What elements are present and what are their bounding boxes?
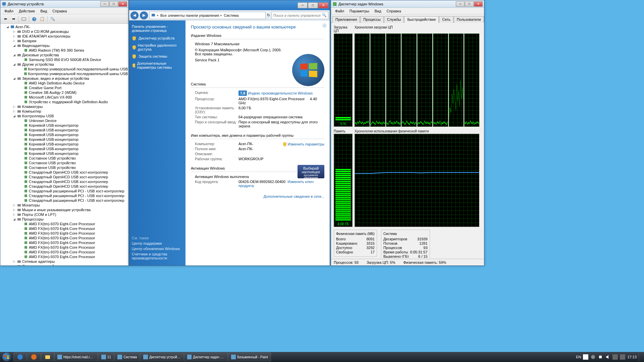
forward-button[interactable]: ▶: [140, 11, 148, 19]
tree-device[interactable]: Samsung SSD 850 EVO 500GB ATA Device: [1, 57, 128, 62]
tree-device[interactable]: Стандартный расширенный PCI - USB хост-к…: [1, 189, 128, 193]
tree-device[interactable]: AMD High Definition Audio Device: [1, 81, 128, 85]
tree-device[interactable]: Стандартный OpenHCD USB хост-контроллер: [1, 184, 128, 189]
tree-device[interactable]: Microsoft LifeCam VX-800: [1, 95, 128, 100]
sidebar-link[interactable]: Защита системы: [132, 54, 183, 59]
footer-link[interactable]: Центр поддержки: [132, 241, 185, 245]
tree-device[interactable]: Стандартный OpenHCD USB хост-контроллер: [1, 170, 128, 175]
tree-device[interactable]: AMD FX(tm)-9370 Eight-Core Processor: [1, 245, 128, 250]
show-desktop-button[interactable]: [639, 352, 641, 362]
help-button[interactable]: ?: [31, 15, 38, 23]
tree-device[interactable]: Составное USB устройство: [1, 165, 128, 170]
network-icon[interactable]: [598, 354, 603, 360]
breadcrumb[interactable]: ▸ Все элементы панели управления ▸ Систе…: [149, 12, 266, 19]
tree-category[interactable]: ◢Звуковые, видео и игровые устройства: [1, 76, 128, 81]
tree-category[interactable]: ▷Мониторы: [1, 203, 128, 207]
titlebar[interactable]: Диспетчер задач Windows ─ □ ✕: [331, 0, 484, 8]
tree-device[interactable]: Корневой USB-концентратор: [1, 123, 128, 128]
menu-file[interactable]: Файл: [2, 8, 16, 14]
crumb-control-panel[interactable]: Все элементы панели управления: [160, 13, 219, 17]
tree-category[interactable]: ▷Сетевые адаптеры: [1, 259, 128, 264]
tree-device[interactable]: AMD FX(tm)-9370 Eight-Core Processor: [1, 250, 128, 254]
tree-category[interactable]: ▷Батареи: [1, 39, 128, 43]
close-button[interactable]: ✕: [474, 1, 483, 7]
titlebar[interactable]: Диспетчер устройств ─ □ ✕: [0, 0, 128, 8]
minimize-button[interactable]: ─: [298, 2, 308, 8]
maximize-button[interactable]: □: [109, 1, 118, 7]
help-icon[interactable]: ⓘ: [323, 23, 326, 28]
footer-link[interactable]: Центр обновления Windows: [132, 247, 185, 251]
tree-category[interactable]: ◢Процессоры: [1, 217, 128, 222]
taskbar-item[interactable]: Диспетчер задач Wi…: [184, 353, 228, 361]
change-settings-link[interactable]: Изменить параметры: [282, 142, 324, 146]
taskbar-item[interactable]: https://otvet.mail.ru…: [54, 353, 98, 361]
tree-device[interactable]: Составное USB устройство: [1, 161, 128, 165]
tree-device[interactable]: AMD FX(tm)-9370 Eight-Core Processor: [1, 231, 128, 236]
pinned-firefox[interactable]: [27, 353, 41, 361]
tree-device[interactable]: Creative Game Port: [1, 85, 128, 90]
tree-category[interactable]: ▷Системные устройства: [1, 264, 128, 265]
sidebar-link[interactable]: Дополнительные параметры системы: [132, 61, 183, 69]
tree-root[interactable]: ◢Acer-ПК-: [1, 24, 128, 29]
tree-device[interactable]: Контроллер универсальной последовательно…: [1, 67, 128, 71]
sidebar-link[interactable]: Диспетчер устройств: [132, 36, 183, 41]
pinned-explorer[interactable]: [41, 353, 54, 361]
genuine-badge[interactable]: Выбирай настоящее программное обеспечени…: [298, 165, 324, 178]
taskbar-item[interactable]: Диспетчер устройств: [140, 353, 184, 361]
menu-help[interactable]: Справка: [50, 8, 69, 14]
tree-device[interactable]: Стандартный расширенный PCI - USB хост-к…: [1, 193, 128, 198]
search-input[interactable]: 🔍: [271, 12, 328, 19]
tree-category[interactable]: ◢Другие устройства: [1, 62, 128, 67]
tree-device[interactable]: Стандартный OpenHCD USB хост-контроллер: [1, 175, 128, 179]
scan-button[interactable]: 🔍: [49, 15, 56, 23]
tree-category[interactable]: ▷Мыши и иные указывающие устройства: [1, 207, 128, 212]
start-button[interactable]: [0, 352, 13, 362]
sidebar-link[interactable]: Настройка удаленного доступа: [132, 43, 183, 51]
tree-device[interactable]: Creative SB Audigy 2 (WDM): [1, 90, 128, 95]
more-info-link[interactable]: Дополнительные сведения в сети...: [264, 194, 325, 198]
tree-device[interactable]: AMD FX(tm)-9370 Eight-Core Processor: [1, 240, 128, 245]
tab-0[interactable]: Приложения: [332, 16, 360, 23]
tree-device[interactable]: Корневой USB-концентратор: [1, 128, 128, 132]
tree-device[interactable]: Контроллер универсальной последовательно…: [1, 71, 128, 76]
tree-device[interactable]: Корневой USB-концентратор: [1, 146, 128, 151]
volume-icon[interactable]: [605, 354, 610, 360]
tree-device[interactable]: Стандартный OpenHCD USB хост-контроллер: [1, 179, 128, 184]
menu-options[interactable]: Параметры: [347, 8, 372, 14]
tab-3[interactable]: Быстродействие: [404, 16, 439, 23]
tree-device[interactable]: Корневой USB-концентратор: [1, 132, 128, 137]
back-button[interactable]: ⬅: [2, 15, 9, 23]
sidebar-title[interactable]: Панель управления - домашняя страница: [132, 24, 183, 33]
tree-device[interactable]: Корневой USB-концентратор: [1, 142, 128, 146]
tree-device[interactable]: Корневой USB-концентратор: [1, 137, 128, 142]
tree-category[interactable]: ▷IDE ATA/ATAPI контроллеры: [1, 34, 128, 39]
tree-device[interactable]: AMD FX(tm)-9370 Eight-Core Processor: [1, 254, 128, 259]
tab-2[interactable]: Службы: [384, 16, 404, 23]
tree-device[interactable]: Устройство с поддержкой High Definition …: [1, 100, 128, 104]
pinned-ie[interactable]: [13, 353, 27, 361]
menu-action[interactable]: Действие: [16, 8, 38, 14]
wei-link[interactable]: Индекс производительности Windows: [248, 91, 313, 95]
language-indicator[interactable]: EN: [576, 355, 581, 359]
flag-icon[interactable]: [583, 354, 588, 360]
tree-category[interactable]: ▷Компьютер: [1, 109, 128, 114]
close-button[interactable]: ✕: [318, 2, 328, 8]
maximize-button[interactable]: □: [465, 1, 474, 7]
tree-category[interactable]: ▷Клавиатуры: [1, 104, 128, 109]
taskbar-item[interactable]: Безымянный - Paint: [228, 353, 271, 361]
menu-view[interactable]: Вид: [38, 8, 50, 14]
tab-5[interactable]: Пользователи: [454, 16, 484, 23]
tree-category[interactable]: ◢Дисковые устройства: [1, 53, 128, 57]
menu-file[interactable]: Файл: [332, 8, 347, 14]
tree-device[interactable]: Составное USB устройство: [1, 156, 128, 161]
tab-4[interactable]: Сеть: [439, 16, 453, 23]
show-hidden-button[interactable]: [20, 15, 28, 23]
tree-category[interactable]: ▷Порты (COM и LPT): [1, 212, 128, 217]
tree-device[interactable]: AMD FX(tm)-9370 Eight-Core Processor: [1, 236, 128, 240]
properties-button[interactable]: 📋: [39, 15, 46, 23]
tree-device[interactable]: Корневой USB-концентратор: [1, 151, 128, 156]
back-button[interactable]: ◀: [130, 11, 139, 19]
refresh-button[interactable]: ↻: [267, 13, 270, 17]
minimize-button[interactable]: ─: [456, 1, 465, 7]
crumb-system[interactable]: Система: [224, 13, 238, 17]
